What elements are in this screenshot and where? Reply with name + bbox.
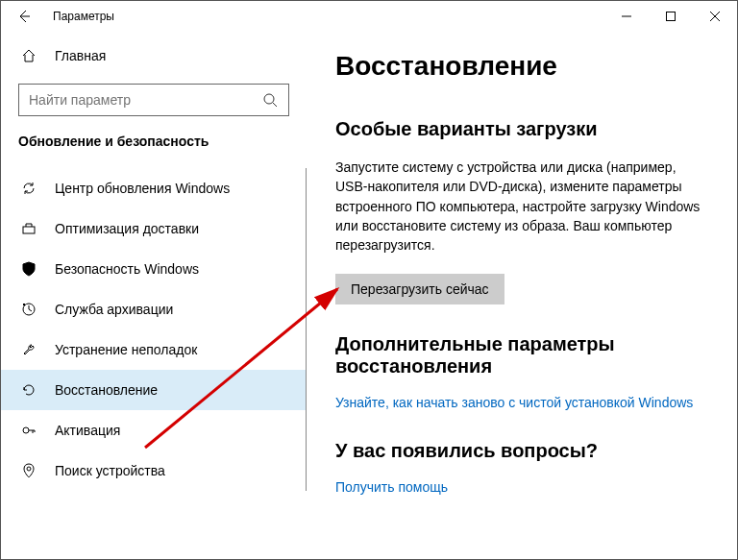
- recovery-icon: [20, 381, 37, 399]
- section-title: Обновление и безопасность: [1, 134, 307, 158]
- key-icon: [20, 422, 37, 439]
- nav-label: Активация: [55, 423, 120, 438]
- nav-find-device[interactable]: Поиск устройства: [1, 450, 306, 491]
- close-button[interactable]: [693, 1, 737, 32]
- titlebar: Параметры: [1, 1, 737, 32]
- nav-list: Центр обновления Windows Оптимизация дос…: [1, 168, 307, 491]
- restart-now-button[interactable]: Перезагрузить сейчас: [335, 274, 504, 304]
- nav-label: Служба архивации: [55, 302, 173, 317]
- location-icon: [20, 462, 37, 479]
- svg-point-9: [23, 427, 29, 433]
- advanced-startup-desc: Запустите систему с устройства или диска…: [335, 158, 708, 255]
- maximize-button[interactable]: [649, 1, 693, 32]
- nav-windows-security[interactable]: Безопасность Windows: [1, 249, 306, 289]
- nav-activation[interactable]: Активация: [1, 410, 306, 450]
- search-icon: [261, 91, 279, 109]
- close-icon: [710, 12, 720, 21]
- delivery-icon: [20, 220, 37, 237]
- home-label: Главная: [55, 48, 106, 63]
- svg-rect-2: [667, 12, 676, 21]
- backup-icon: [20, 301, 37, 318]
- nav-label: Поиск устройства: [55, 463, 165, 478]
- minimize-button[interactable]: [604, 1, 649, 32]
- nav-backup[interactable]: Служба архивации: [1, 289, 306, 329]
- wrench-icon: [20, 341, 37, 358]
- home-icon: [20, 47, 37, 64]
- sidebar: Главная Обновление и безопасность Центр …: [1, 32, 307, 559]
- nav-label: Безопасность Windows: [55, 261, 199, 277]
- nav-troubleshoot[interactable]: Устранение неполадок: [1, 329, 306, 370]
- nav-delivery-optimization[interactable]: Оптимизация доставки: [1, 208, 306, 249]
- nav-recovery[interactable]: Восстановление: [1, 370, 306, 410]
- nav-windows-update[interactable]: Центр обновления Windows: [1, 168, 306, 208]
- search-box[interactable]: [18, 84, 289, 116]
- advanced-startup-heading: Особые варианты загрузки: [335, 118, 708, 140]
- home-link[interactable]: Главная: [1, 39, 307, 72]
- back-button[interactable]: [12, 9, 36, 24]
- sync-icon: [20, 180, 37, 197]
- svg-line-6: [273, 103, 277, 107]
- more-recovery-heading: Дополнительные параметры восстановления: [335, 333, 708, 377]
- svg-point-5: [264, 94, 274, 104]
- maximize-icon: [666, 12, 676, 21]
- svg-rect-7: [23, 227, 35, 233]
- fresh-start-link[interactable]: Узнайте, как начать заново с чистой уста…: [335, 395, 693, 410]
- get-help-link[interactable]: Получить помощь: [335, 479, 448, 495]
- nav-label: Восстановление: [55, 382, 158, 398]
- content-pane: Восстановление Особые варианты загрузки …: [307, 32, 737, 559]
- nav-label: Центр обновления Windows: [55, 181, 230, 196]
- search-input[interactable]: [29, 92, 261, 108]
- svg-point-10: [27, 467, 31, 471]
- minimize-icon: [622, 12, 631, 21]
- arrow-left-icon: [16, 9, 32, 24]
- page-heading: Восстановление: [335, 51, 708, 82]
- nav-label: Устранение неполадок: [55, 342, 197, 357]
- nav-label: Оптимизация доставки: [55, 221, 199, 236]
- questions-heading: У вас появились вопросы?: [335, 440, 708, 462]
- shield-icon: [20, 260, 37, 278]
- window-title: Параметры: [53, 10, 114, 23]
